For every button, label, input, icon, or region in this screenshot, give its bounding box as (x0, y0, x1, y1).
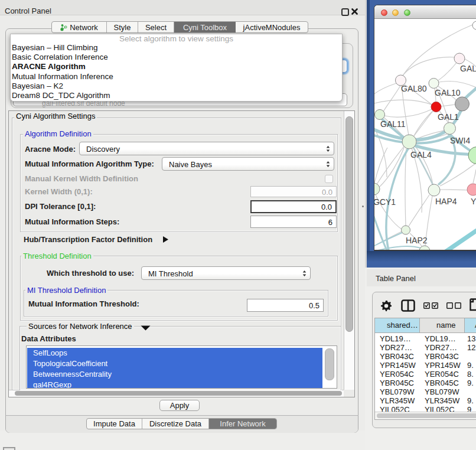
svg-text:GAL10: GAL10 (435, 88, 461, 97)
svg-text:Y: Y (471, 197, 476, 206)
svg-text:GAL11: GAL11 (380, 119, 406, 129)
svg-text:SWI4: SWI4 (450, 136, 470, 145)
svg-text:GAL4: GAL4 (410, 150, 432, 159)
svg-text:HAP4: HAP4 (435, 197, 457, 206)
svg-text:GAL1: GAL1 (438, 112, 459, 122)
svg-text:GAL: GAL (460, 64, 476, 73)
svg-text:HAP2: HAP2 (406, 236, 428, 245)
svg-text:GAL80: GAL80 (401, 84, 427, 93)
svg-text:GCY1: GCY1 (374, 197, 396, 207)
